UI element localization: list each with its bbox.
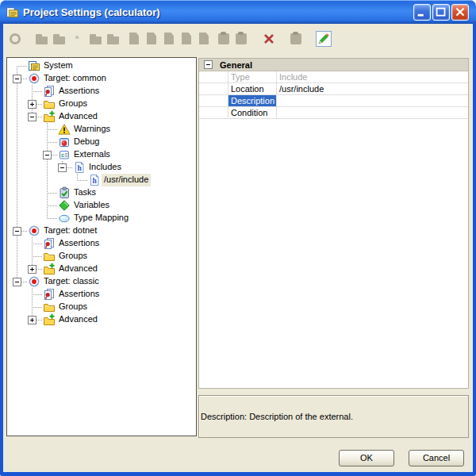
toolbar-button-11[interactable] <box>197 31 211 47</box>
tree-item-assertions[interactable]: Assertions <box>56 237 102 250</box>
tree-line <box>47 212 48 218</box>
tree-item-tasks[interactable]: Tasks <box>71 186 98 199</box>
property-row-description[interactable]: Description <box>199 95 468 107</box>
cancel-button[interactable]: Cancel <box>409 450 464 466</box>
property-row-gutter <box>199 83 228 94</box>
tree-item-system[interactable]: System <box>41 60 75 72</box>
toolbar-button-12[interactable] <box>217 31 232 47</box>
expander-plus[interactable] <box>28 265 36 274</box>
expander-minus[interactable] <box>58 163 67 172</box>
expander-minus[interactable] <box>13 278 21 286</box>
property-value[interactable]: Include <box>277 71 468 83</box>
expander-minus[interactable] <box>28 113 36 121</box>
tree-item-assertions[interactable]: Assertions <box>56 85 102 98</box>
tree-line <box>17 66 17 72</box>
tree-item-includes[interactable]: Includes <box>86 161 124 174</box>
tree-line <box>17 66 27 67</box>
app-icon <box>6 6 19 19</box>
property-value[interactable] <box>277 107 468 118</box>
tree-item-advanced[interactable]: Advanced <box>56 313 100 326</box>
tree-item-target-dotnet[interactable]: Target: dotnet <box>41 225 99 237</box>
assertions-icon <box>43 237 56 250</box>
tree-item-groups[interactable]: Groups <box>56 98 90 110</box>
property-name[interactable]: Description <box>228 95 277 106</box>
tree-line <box>32 256 42 257</box>
expander-plus[interactable] <box>28 316 36 324</box>
property-row-gutter <box>199 107 228 118</box>
toolbar-button-7[interactable] <box>127 31 141 47</box>
property-row-condition[interactable]: Condition <box>199 107 468 119</box>
tree-line <box>17 161 17 174</box>
target-icon <box>28 72 40 85</box>
ok-button[interactable]: OK <box>339 450 394 466</box>
tree-item-advanced[interactable]: Advanced <box>56 263 100 275</box>
tree-item-advanced[interactable]: Advanced <box>56 110 100 123</box>
window-border-left <box>0 22 3 476</box>
externals-icon: c <box>58 148 71 161</box>
property-value[interactable] <box>277 95 468 106</box>
tree-item-warnings[interactable]: Warnings <box>71 123 113 136</box>
tree-item-externals[interactable]: Externals <box>71 148 113 161</box>
property-name[interactable]: Type <box>228 71 277 83</box>
tree-item-debug[interactable]: Debug <box>71 136 102 148</box>
minimize-icon <box>414 5 430 20</box>
property-row-type[interactable]: TypeInclude <box>199 71 468 83</box>
toolbar-button-10[interactable] <box>179 31 194 47</box>
tree-line <box>32 91 42 92</box>
hfile-icon: h <box>73 161 86 174</box>
collapse-group-toggle[interactable] <box>204 60 213 69</box>
toolbar-button-5[interactable] <box>89 31 103 47</box>
tree-item-groups[interactable]: Groups <box>56 250 90 263</box>
tree-line <box>47 193 57 194</box>
tree-item-groups[interactable]: Groups <box>56 301 90 313</box>
property-value[interactable]: /usr/include <box>277 83 468 94</box>
delete-button[interactable] <box>262 31 276 47</box>
toolbar-button-4[interactable]: ª <box>70 31 84 47</box>
expander-plus[interactable] <box>28 100 36 109</box>
property-grid[interactable]: General TypeIncludeLocation/usr/includeD… <box>198 58 469 389</box>
expander-minus[interactable] <box>13 227 21 236</box>
property-group-header[interactable]: General <box>199 59 468 71</box>
close-button[interactable] <box>451 4 469 21</box>
expander-minus[interactable] <box>13 75 21 83</box>
property-group-label: General <box>220 60 252 70</box>
tree-line <box>17 199 17 212</box>
toolbar-button-2[interactable] <box>35 31 49 47</box>
tree-item-assertions[interactable]: Assertions <box>56 288 102 301</box>
tree-line <box>47 218 57 219</box>
property-help-text: Description: Description of the external… <box>201 412 353 421</box>
property-name[interactable]: Location <box>228 83 277 94</box>
tree-item-target-classic[interactable]: Target: classic <box>41 275 102 288</box>
maximize-button[interactable] <box>432 4 450 21</box>
property-name[interactable]: Condition <box>228 107 277 118</box>
warning-icon <box>58 123 71 136</box>
property-row-location[interactable]: Location/usr/include <box>199 83 468 95</box>
tree-line <box>47 161 48 174</box>
tasks-icon <box>58 186 71 199</box>
toolbar-button-8[interactable] <box>144 31 159 47</box>
toolbar-button-1[interactable] <box>8 31 22 47</box>
toolbar-button-6[interactable] <box>106 31 121 47</box>
tree-item-variables[interactable]: Variables <box>71 199 112 212</box>
variables-icon <box>58 199 71 212</box>
tree-line <box>17 250 17 263</box>
tree-line <box>32 244 42 244</box>
title-bar[interactable]: Project Settings (calculator) <box>0 0 476 24</box>
tree-item-type-mapping[interactable]: Type Mapping <box>71 212 131 225</box>
settings-tree[interactable]: SystemTarget: commonAssertionsGroupsAdva… <box>6 57 197 436</box>
folder-icon <box>43 250 56 263</box>
minimize-button[interactable] <box>413 4 431 21</box>
toolbar-button-13[interactable] <box>235 31 249 47</box>
tree-line <box>17 212 17 225</box>
folder-icon <box>43 301 56 313</box>
expander-minus[interactable] <box>43 151 52 159</box>
toolbar-button-3[interactable] <box>52 31 67 47</box>
tree-item-target-common[interactable]: Target: common <box>41 72 109 85</box>
tree-line <box>17 110 17 123</box>
toolbar-button-15[interactable] <box>290 31 304 47</box>
tree-item-usr-include[interactable]: /usr/include <box>102 174 151 186</box>
edit-button[interactable] <box>316 31 332 47</box>
toolbar-button-9[interactable] <box>162 31 176 47</box>
hfile-icon: h <box>88 174 101 186</box>
advanced-icon <box>43 313 56 326</box>
